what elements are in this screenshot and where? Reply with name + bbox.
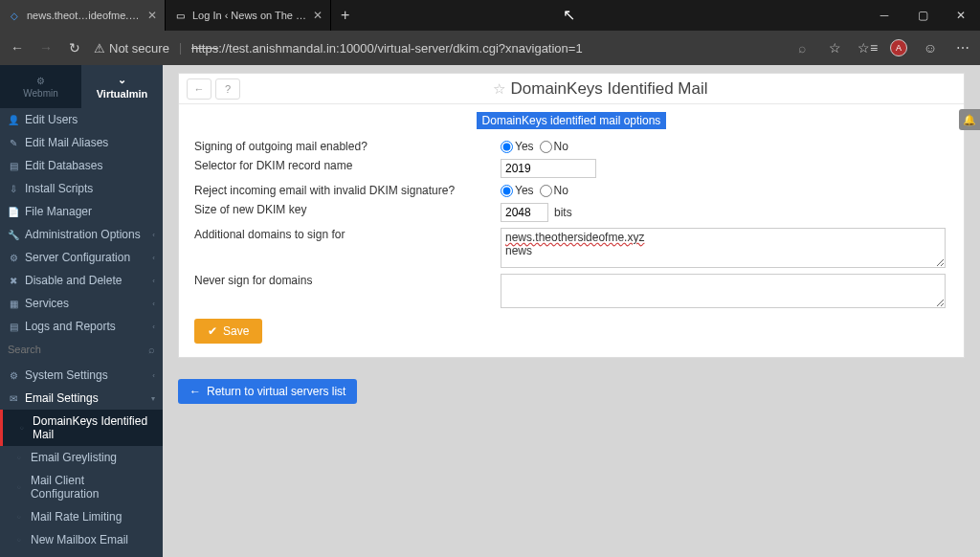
close-window-button[interactable]: ✕ (942, 0, 980, 31)
more-icon[interactable]: ⋯ (953, 40, 972, 56)
return-button[interactable]: ← Return to virtual servers list (178, 379, 357, 404)
chevron-left-icon: ‹ (152, 231, 155, 239)
page-title: ☆ DomainKeys Identified Mail (244, 79, 956, 99)
sidebar-sub-mail-client[interactable]: ○Mail Client Configuration (0, 469, 163, 505)
label-size: Size of new DKIM key (194, 203, 501, 216)
section-heading: DomainKeys identified mail options (179, 114, 964, 127)
file-icon: 📄 (8, 207, 19, 217)
chevron-down-icon: ▾ (151, 394, 155, 403)
sidebar-item-file-manager[interactable]: 📄File Manager (0, 200, 163, 223)
sidebar-item-services[interactable]: ▦Services‹ (0, 292, 163, 315)
download-icon: ⇩ (8, 184, 19, 194)
tab-title: Log In ‹ News on The Othet Side (192, 10, 307, 21)
sidebar-item-email-settings[interactable]: ✉Email Settings▾ (0, 387, 163, 410)
sidebar-sub-greylisting[interactable]: ○Email Greylisting (0, 446, 163, 469)
save-button[interactable]: ✔ Save (194, 319, 262, 344)
sidebar-item-logs-reports[interactable]: ▤Logs and Reports‹ (0, 315, 163, 338)
virtualmin-tab[interactable]: ⌄ Virtualmin (81, 65, 163, 108)
sidebar-sub-new-mailbox[interactable]: ○New Mailbox Email (0, 528, 163, 551)
main-panel: ← ? ☆ DomainKeys Identified Mail DomainK… (178, 73, 965, 358)
notifications-toggle[interactable]: 🔔 (959, 109, 980, 130)
bell-icon: 🔔 (963, 114, 976, 126)
sidebar-item-system-settings[interactable]: ⚙System Settings‹ (0, 361, 163, 387)
size-input[interactable] (501, 203, 548, 222)
sidebar-sub-rate-limiting[interactable]: ○Mail Rate Limiting (0, 505, 163, 528)
sidebar-search[interactable]: ⌕ (0, 338, 163, 361)
gear-icon: ⚙ (8, 253, 19, 263)
play-icon: ▦ (8, 299, 19, 309)
wrench-icon: 🔧 (8, 230, 19, 240)
profile-avatar[interactable]: A (890, 39, 907, 56)
user-icon: 👤 (8, 115, 19, 125)
minimize-button[interactable]: ─ (865, 0, 903, 31)
signing-no[interactable]: No (540, 140, 568, 153)
chevron-down-icon: ⌄ (118, 74, 126, 86)
feedback-icon[interactable]: ☺ (921, 40, 940, 56)
window-controls: ─ ▢ ✕ (865, 0, 980, 31)
favorites-icon[interactable]: ☆≡ (858, 40, 877, 56)
search-input[interactable] (8, 344, 122, 355)
panel-back-button[interactable]: ← (187, 78, 212, 100)
sidebar-item-edit-databases[interactable]: ▤Edit Databases (0, 154, 163, 177)
never-textarea[interactable] (501, 274, 946, 308)
forward-button[interactable]: → (36, 40, 56, 56)
list-icon: ▤ (8, 322, 19, 332)
search-icon: ⌕ (148, 344, 155, 355)
url-text[interactable]: https://test.anishmandal.in:10000/virtua… (191, 41, 583, 56)
browser-titlebar: ◇ news.theot…ideofme.xyz - Doma ✕ ▭ Log … (0, 0, 980, 31)
maximize-button[interactable]: ▢ (903, 0, 942, 31)
selector-input[interactable] (501, 159, 596, 178)
size-unit: bits (554, 206, 572, 219)
chevron-left-icon: ‹ (152, 323, 155, 331)
check-icon: ✔ (208, 324, 217, 338)
star-icon[interactable]: ☆ (825, 40, 844, 56)
panel-help-button[interactable]: ? (215, 78, 240, 100)
tab-close-icon[interactable]: ✕ (313, 9, 323, 22)
tab-favicon: ▭ (173, 9, 187, 22)
sidebar-item-server-configuration[interactable]: ⚙Server Configuration‹ (0, 246, 163, 269)
additional-textarea[interactable]: news.theothersideofme.xyz news (501, 228, 946, 268)
reject-yes[interactable]: Yes (501, 184, 534, 197)
new-tab-button[interactable]: + (331, 7, 359, 24)
webmin-tab[interactable]: ⚙ Webmin (0, 65, 81, 108)
sidebar-item-edit-mail-aliases[interactable]: ✎Edit Mail Aliases (0, 131, 163, 154)
reject-no[interactable]: No (540, 184, 568, 197)
sidebar-item-administration-options[interactable]: 🔧Administration Options‹ (0, 223, 163, 246)
star-icon[interactable]: ☆ (493, 80, 505, 98)
sidebar-sub-spam-virus[interactable]: ○Spam and Virus Scanning (0, 551, 163, 557)
gear-icon: ⚙ (36, 76, 45, 86)
content-area: 🔔 ← ? ☆ DomainKeys Identified Mail Domai… (163, 65, 980, 557)
gear-icon: ⚙ (8, 370, 19, 381)
signing-yes[interactable]: Yes (501, 140, 534, 153)
chevron-left-icon: ‹ (152, 277, 155, 285)
sidebar-item-disable-delete[interactable]: ✖Disable and Delete‹ (0, 269, 163, 292)
label-never: Never sign for domains (194, 274, 501, 287)
tab-close-icon[interactable]: ✕ (147, 9, 157, 22)
label-signing: Signing of outgoing mail enabled? (194, 140, 501, 153)
search-icon[interactable]: ⌕ (792, 40, 812, 56)
tab-favicon: ◇ (8, 9, 21, 22)
tab-title: news.theot…ideofme.xyz - Doma (27, 10, 142, 21)
mail-icon: ✉ (8, 393, 19, 404)
database-icon: ▤ (8, 161, 19, 171)
security-indicator[interactable]: ⚠ Not secure (94, 41, 169, 56)
sidebar-item-install-scripts[interactable]: ⇩Install Scripts (0, 177, 163, 200)
label-selector: Selector for DKIM record name (194, 159, 501, 172)
chevron-left-icon: ‹ (152, 254, 155, 262)
sidebar: ⚙ Webmin ⌄ Virtualmin 👤Edit Users ✎Edit … (0, 65, 163, 557)
browser-addressbar: ← → ↻ ⚠ Not secure | https://test.anishm… (0, 31, 980, 65)
chevron-left-icon: ‹ (152, 371, 155, 380)
back-button[interactable]: ← (8, 40, 27, 56)
edit-icon: ✎ (8, 138, 19, 148)
sidebar-item-edit-users[interactable]: 👤Edit Users (0, 108, 163, 131)
chevron-left-icon: ‹ (152, 300, 155, 308)
sidebar-sub-dkim[interactable]: ○DomainKeys Identified Mail (0, 410, 163, 446)
label-additional: Additional domains to sign for (194, 228, 501, 241)
warning-icon: ⚠ (94, 41, 105, 56)
arrow-left-icon: ← (189, 385, 201, 398)
label-reject: Reject incoming email with invalid DKIM … (194, 184, 501, 197)
browser-tab-2[interactable]: ▭ Log In ‹ News on The Othet Side ✕ (166, 0, 331, 31)
browser-tab-1[interactable]: ◇ news.theot…ideofme.xyz - Doma ✕ (0, 0, 166, 31)
refresh-button[interactable]: ↻ (65, 40, 84, 56)
key-icon: ✖ (8, 276, 19, 286)
